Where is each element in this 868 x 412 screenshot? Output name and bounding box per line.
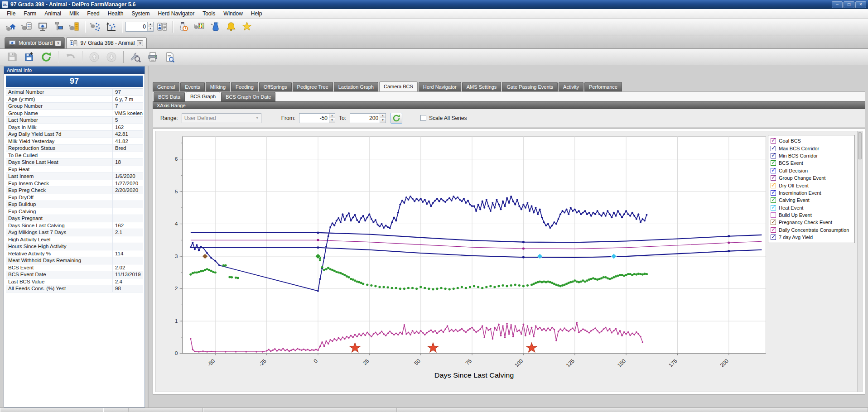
animal-list-icon[interactable] [19,20,34,34]
detail-tab[interactable]: Performance [584,82,622,91]
table-row: Group Name VMS koeien [6,110,143,117]
sampler-drop-icon[interactable] [208,20,222,34]
from-input[interactable]: -50 ▲▼ [299,113,335,123]
legend-checkbox[interactable]: ✓ [771,153,776,158]
close-button[interactable]: × [855,1,866,8]
legend-checkbox[interactable]: ✓ [771,212,776,218]
xaxis-range-header[interactable]: XAxis Range [153,101,865,109]
milk-test-clock-icon[interactable] [176,20,191,34]
vms-station-icon[interactable] [51,20,66,34]
detail-tab[interactable]: Pedigree Tree [293,82,333,91]
detail-tab[interactable]: Herd Navigator [419,82,461,91]
print-icon[interactable] [145,50,160,64]
detail-tab[interactable]: AMS Settings [462,82,502,91]
legend-item[interactable]: ✓ Insemination Event [771,189,852,196]
legend-checkbox[interactable]: ✓ [771,168,776,173]
legend-checkbox[interactable]: ✓ [771,160,776,166]
legend-checkbox[interactable]: ✓ [771,220,776,225]
farm-home-icon[interactable] [4,20,18,34]
scale-all-series-checkbox[interactable] [420,115,426,121]
legend-checkbox[interactable]: ✓ [771,138,776,144]
minimize-button[interactable]: – [832,1,843,8]
monitor-board-icon[interactable] [35,20,50,34]
vertical-scrollbar[interactable] [857,131,862,392]
animal-number-input[interactable]: 0 ▲▼ [125,22,154,32]
menu-item[interactable]: System [127,10,154,18]
legend-item[interactable]: ✓ Daily Concentrate Consumption [771,226,852,234]
menu-item[interactable]: Feed [83,10,103,18]
save-icon[interactable] [5,50,19,64]
legend-item[interactable]: ✓ Cull Decision [771,167,852,174]
legend-item[interactable]: ✓ Min BCS Corridor [771,152,852,159]
bcs-subtab[interactable]: BCS Graph [186,91,220,101]
navigate-down-icon[interactable] [104,50,119,64]
detail-tab[interactable]: Milking [206,82,230,91]
detail-tab[interactable]: Activity [559,82,583,91]
herd-scatter-icon[interactable] [88,20,103,34]
feed-table-icon[interactable] [192,20,207,34]
detail-tab[interactable]: Camera BCS [379,81,418,91]
animal-number-spinner[interactable]: ▲▼ [147,22,153,31]
menu-item[interactable]: File [3,10,19,18]
from-spinner[interactable]: ▲▼ [329,114,335,123]
menu-item[interactable]: Herd Navigator [154,10,198,18]
legend-checkbox[interactable]: ✓ [771,175,776,181]
go-to-animal-button[interactable] [155,20,169,34]
legend-checkbox[interactable]: ✓ [771,183,776,188]
scrollbar-thumb[interactable] [858,132,862,159]
maximize-button[interactable]: □ [844,1,854,8]
menu-item[interactable]: Animal [40,10,65,18]
detail-tab[interactable]: Events [180,82,205,91]
search-settings-icon[interactable] [128,50,143,64]
row-label: Age (y:mm) [6,96,113,103]
graph-scatter-icon[interactable] [104,20,119,34]
menu-item[interactable]: Help [247,10,266,18]
apply-range-button[interactable] [391,113,402,124]
legend-checkbox[interactable]: ✓ [771,227,776,233]
legend-item[interactable]: ✓ Dry Off Event [771,182,852,189]
range-select[interactable]: User Defined ▼ [182,113,261,123]
legend-item[interactable]: ✓ Goal BCS [771,137,852,144]
legend-checkbox[interactable]: ✓ [771,235,776,240]
print-preview-icon[interactable] [163,50,177,64]
save-all-icon[interactable] [22,50,36,64]
alarm-bell-icon[interactable] [224,20,238,34]
legend-item[interactable]: ✓ Calving Event [771,196,852,204]
legend-checkbox[interactable]: ✓ [771,197,776,203]
navigate-up-icon[interactable] [87,50,101,64]
detail-tab[interactable]: General [153,82,179,91]
detail-tab[interactable]: Gate Passing Events [502,82,558,91]
panel-splitter[interactable] [146,66,149,407]
legend-checkbox[interactable]: ✓ [771,205,776,211]
tab-close-icon[interactable]: x [55,40,61,46]
legend-item[interactable]: ✓ Max BCS Corridor [771,144,852,152]
legend-item[interactable]: ✓ 7 day Avg Yield [771,234,852,241]
bcs-subtab[interactable]: BCS Graph On Date [221,92,275,101]
legend-checkbox[interactable]: ✓ [771,190,776,196]
detail-tab[interactable]: Lactation Graph [334,82,378,91]
legend-item[interactable]: ✓ Heat Event [771,204,852,211]
to-spinner[interactable]: ▲▼ [380,114,386,123]
menu-item[interactable]: Farm [19,10,40,18]
legend-item[interactable]: ✓ Build Up Event [771,211,852,219]
legend-item[interactable]: ✓ BCS Event [771,159,852,167]
detail-tab[interactable]: Feeding [231,82,258,91]
animal-gate-icon[interactable] [67,20,82,34]
menu-item[interactable]: Health [104,10,128,18]
bcs-chart[interactable]: 0123456-50-250255075100125150175200Days … [156,131,862,392]
refresh-icon[interactable] [39,50,53,64]
menu-item[interactable]: Window [219,10,247,18]
legend-item[interactable]: ✓ Group Change Event [771,174,852,182]
tab-monitor-board[interactable]: Monitor Board x [5,37,65,48]
legend-checkbox[interactable]: ✓ [771,146,776,151]
favorites-star-icon[interactable] [240,20,254,34]
menu-item[interactable]: Tools [198,10,219,18]
tab-close-icon[interactable]: x [137,40,143,46]
legend-item[interactable]: ✓ Pregnancy Check Event [771,219,852,226]
tab-animal-view[interactable]: 97 Grada 398 - Animal x [66,37,147,48]
menu-item[interactable]: Milk [65,10,83,18]
bcs-subtab[interactable]: BCS Data [154,92,185,101]
to-input[interactable]: 200 ▲▼ [350,113,386,123]
detail-tab[interactable]: OffSprings [259,82,292,91]
undo-icon[interactable] [63,50,77,64]
